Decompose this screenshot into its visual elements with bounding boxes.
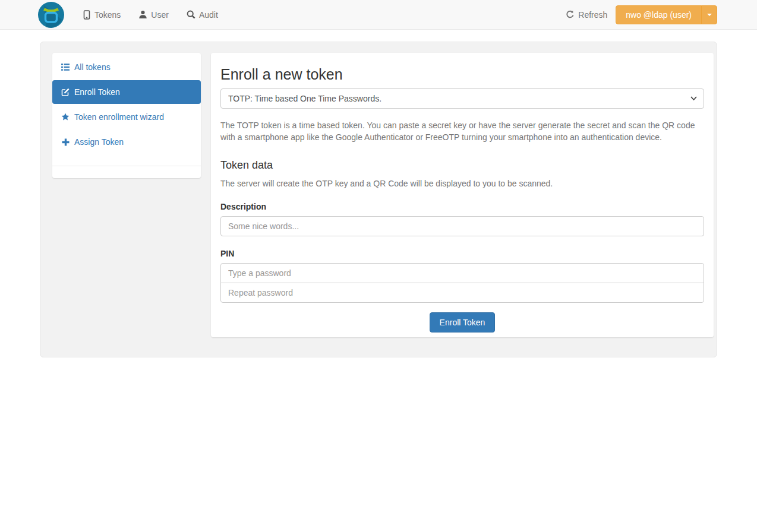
sidebar-item-assign-token[interactable]: Assign Token — [52, 130, 201, 154]
top-navbar: Tokens User Audit — [0, 0, 757, 30]
user-menu-group: nwo @ldap (user) — [616, 5, 717, 24]
nav-item-user[interactable]: User — [138, 1, 169, 28]
token-sidebar: All tokens Enroll Token Token enrollm — [52, 53, 201, 178]
navbar-right: Refresh nwo @ldap (user) — [566, 5, 717, 24]
token-type-select[interactable]: TOTP: Time based One Time Passwords. — [220, 88, 704, 109]
sidebar-item-label: All tokens — [74, 61, 111, 73]
description-input[interactable] — [220, 216, 704, 236]
navbar-links: Tokens User Audit — [83, 1, 236, 28]
nav-item-label: Tokens — [94, 10, 121, 20]
edit-icon — [61, 88, 70, 96]
pin-input[interactable] — [220, 263, 704, 283]
user-menu-button[interactable]: nwo @ldap (user) — [616, 5, 702, 24]
token-type-description: The TOTP token is a time based token. Yo… — [220, 119, 704, 143]
pin-repeat-input[interactable] — [220, 283, 704, 303]
sidebar-item-label: Assign Token — [74, 136, 124, 148]
enroll-token-button[interactable]: Enroll Token — [430, 312, 496, 332]
refresh-icon — [566, 10, 575, 19]
enroll-token-panel: Enroll a new token TOTP: Time based One … — [211, 53, 714, 337]
submit-row: Enroll Token — [220, 312, 704, 335]
list-icon — [61, 63, 70, 71]
user-menu-label: nwo @ldap (user) — [626, 10, 692, 20]
sidebar-item-all-tokens[interactable]: All tokens — [52, 55, 201, 79]
nav-item-label: User — [151, 10, 169, 20]
sidebar-item-label: Token enrollment wizard — [74, 111, 164, 123]
nav-item-audit[interactable]: Audit — [187, 1, 218, 28]
user-icon — [138, 10, 147, 19]
caret-down-icon — [707, 14, 712, 16]
user-menu-dropdown-toggle[interactable] — [701, 5, 717, 24]
mobile-icon — [83, 10, 91, 20]
description-label: Description — [220, 202, 704, 211]
sidebar-item-enroll-token[interactable]: Enroll Token — [52, 80, 201, 104]
plus-icon — [61, 138, 70, 146]
refresh-label: Refresh — [578, 10, 607, 20]
star-icon — [61, 113, 70, 121]
sidebar-footer — [52, 166, 201, 178]
nav-item-label: Audit — [199, 10, 218, 20]
token-data-help: The server will create the OTP key and a… — [220, 178, 704, 189]
refresh-button[interactable]: Refresh — [566, 10, 607, 20]
privacyidea-logo[interactable] — [38, 2, 64, 28]
content-container: All tokens Enroll Token Token enrollm — [40, 42, 717, 357]
sidebar-item-token-wizard[interactable]: Token enrollment wizard — [52, 105, 201, 129]
nav-item-tokens[interactable]: Tokens — [83, 1, 121, 28]
pin-label: PIN — [220, 249, 704, 258]
page-content: All tokens Enroll Token Token enrollm — [0, 30, 757, 357]
sidebar-item-label: Enroll Token — [74, 86, 120, 98]
token-data-heading: Token data — [220, 159, 704, 171]
page-title: Enroll a new token — [220, 66, 704, 83]
token-type-select-wrap: TOTP: Time based One Time Passwords. — [220, 88, 704, 109]
search-icon — [187, 10, 195, 19]
